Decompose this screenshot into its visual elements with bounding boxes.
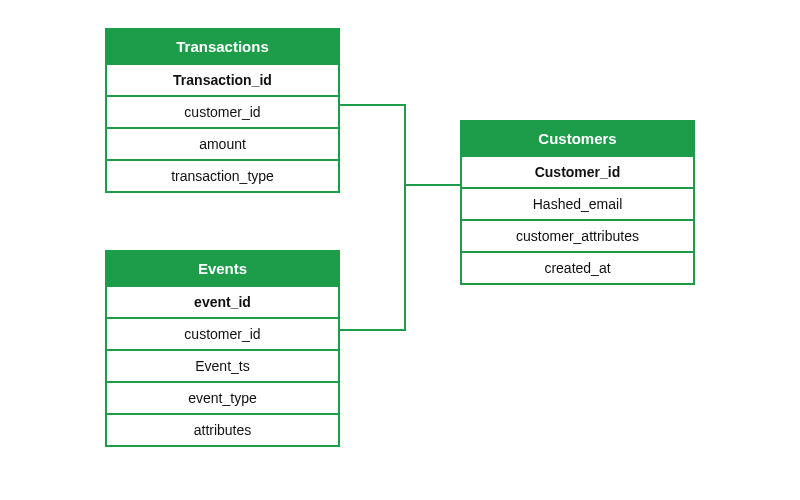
entity-transactions: Transactions Transaction_id customer_id … — [105, 28, 340, 193]
column: customer_attributes — [462, 219, 693, 251]
column: customer_id — [107, 95, 338, 127]
column-primary-key: Transaction_id — [107, 63, 338, 95]
column: transaction_type — [107, 159, 338, 191]
entity-customers: Customers Customer_id Hashed_email custo… — [460, 120, 695, 285]
entity-events: Events event_id customer_id Event_ts eve… — [105, 250, 340, 447]
rel-events-customers — [340, 185, 460, 330]
column: Hashed_email — [462, 187, 693, 219]
column: Event_ts — [107, 349, 338, 381]
entity-title: Transactions — [107, 30, 338, 63]
column: customer_id — [107, 317, 338, 349]
column: event_type — [107, 381, 338, 413]
entity-title: Events — [107, 252, 338, 285]
entity-title: Customers — [462, 122, 693, 155]
column: created_at — [462, 251, 693, 283]
column-primary-key: Customer_id — [462, 155, 693, 187]
column-primary-key: event_id — [107, 285, 338, 317]
rel-transactions-customers — [340, 105, 460, 185]
column: amount — [107, 127, 338, 159]
column: attributes — [107, 413, 338, 445]
